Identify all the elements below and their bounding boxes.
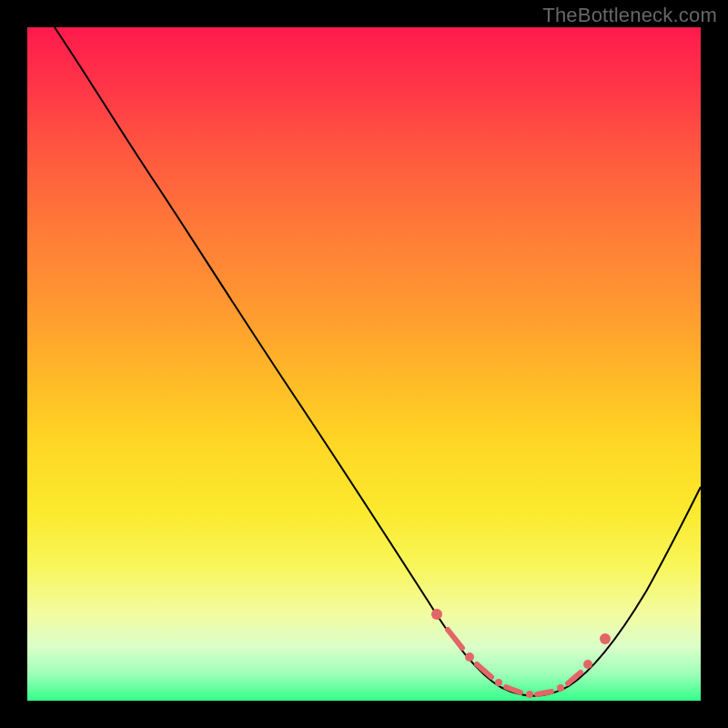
marker-dash [537, 692, 551, 694]
chart-frame: TheBottleneck.com [0, 0, 728, 728]
marker-dot [526, 691, 533, 698]
marker-dot [495, 679, 502, 686]
marker-dot [465, 652, 474, 662]
bottleneck-curve [55, 27, 701, 696]
marker-dot [600, 633, 611, 644]
marker-dot [431, 609, 442, 620]
marker-dash [448, 630, 462, 648]
marker-dot [557, 684, 564, 692]
watermark-text: TheBottleneck.com [542, 4, 717, 27]
marker-dot [583, 660, 592, 669]
curve-svg [27, 27, 701, 701]
plot-area [27, 27, 701, 701]
marker-dash [506, 687, 521, 693]
